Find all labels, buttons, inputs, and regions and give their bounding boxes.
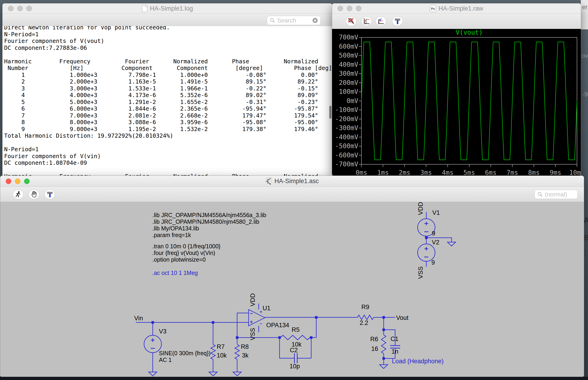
schematic-label-value-V2[interactable]: 9 (431, 259, 435, 266)
log-search-field[interactable] (267, 16, 321, 25)
schematic-canvas[interactable]: .lib JRC_OPAMP/NJM4556A/njm4556a_3.lib.l… (0, 202, 584, 377)
x-tick-label: 3ms (420, 169, 432, 176)
schematic-label-ref-C2[interactable]: C2 (290, 347, 298, 354)
schematic-label-value-V3-ac[interactable]: AC 1 (159, 357, 172, 363)
x-tick-label: 4ms (442, 169, 454, 176)
schematic-label-value-R7[interactable]: 10k (217, 352, 227, 359)
zoom-button[interactable] (26, 6, 32, 11)
raw-titlebar[interactable]: Ps HA-Simple1.raw (332, 3, 581, 14)
schematic-label-ref-V2[interactable]: V2 (432, 239, 439, 246)
replot-button[interactable] (376, 16, 386, 26)
zoom-button[interactable] (24, 179, 30, 184)
schematic-label-directive-param[interactable]: .param freq=1k (152, 232, 191, 238)
schematic-label-ref-R9[interactable]: R9 (361, 304, 370, 310)
schematic-drawing[interactable]: .lib JRC_OPAMP/NJM4556A/njm4556a_3.lib.l… (0, 202, 584, 377)
schematic-label-ref-R6[interactable]: R6 (370, 336, 378, 342)
ground-symbol (379, 365, 388, 369)
autorange-button[interactable] (361, 16, 372, 26)
minimize-button[interactable] (347, 6, 352, 11)
schematic-label-directive-ac[interactable]: .ac oct 10 1 1Meg (152, 270, 198, 276)
resistor-R8[interactable] (235, 344, 239, 359)
schematic-label-ref-V3[interactable]: V3 (159, 328, 166, 335)
minimize-button[interactable] (15, 179, 20, 184)
hammer-icon (394, 18, 401, 25)
source-V2[interactable] (418, 244, 435, 261)
autorange-icon (363, 18, 370, 25)
schematic-label-net-vdd-supply[interactable]: VDD (417, 202, 424, 215)
x-tick-label: 8ms (528, 169, 540, 176)
close-button[interactable] (8, 6, 14, 11)
resistor-R7[interactable] (211, 344, 215, 359)
schematic-label-directive-lib2[interactable]: .lib JRC_OPAMP/NJM4580/njm4580_2.lib (152, 218, 259, 225)
schematic-label-directive-option[interactable]: .option plotwinsize=0 (152, 256, 206, 263)
schematic-label-ref-U1[interactable]: U1 (263, 305, 271, 312)
schematic-label-value-R9[interactable]: 2.2 (360, 319, 368, 326)
schematic-label-directive-lib1[interactable]: .lib JRC_OPAMP/NJM4556A/njm4556a_3.lib (152, 212, 266, 218)
run-icon (15, 191, 21, 198)
x-tick-label: 10ms (569, 169, 581, 176)
schematic-label-net-vss-supply[interactable]: VSS (417, 266, 424, 279)
svg-text:Ps: Ps (431, 7, 435, 11)
log-content-area[interactable]: Direct Newton iteration for Vop point su… (2, 26, 332, 178)
close-button[interactable] (338, 6, 343, 11)
schematic-label-directive-lib3[interactable]: .lib My/OPA134.lib (152, 225, 199, 231)
hammer-button[interactable] (44, 190, 55, 199)
schematic-label-value-V3-sine[interactable]: SINE(0 300m {freq}) (159, 350, 211, 356)
log-search-input[interactable] (277, 17, 312, 24)
ground-symbol (209, 372, 217, 376)
schematic-label-value-R8[interactable]: 3k (242, 352, 249, 359)
resistor-R5[interactable] (281, 335, 310, 340)
schematic-label-value-V1[interactable]: 9 (432, 230, 435, 237)
vout-trace[interactable] (361, 42, 577, 160)
pan-hand-button[interactable] (29, 190, 39, 199)
close-button[interactable] (6, 179, 11, 184)
y-tick-label: 200mV (339, 79, 358, 87)
schematic-label-net-vout[interactable]: Vout (396, 314, 409, 321)
resistor-R6[interactable] (381, 335, 386, 354)
y-tick-label: 700mV (339, 34, 358, 41)
raw-toolbar (332, 14, 581, 29)
schematic-label-directive-four[interactable]: .four {freq} v(Vout) v(Vin) (152, 250, 215, 256)
run-button[interactable] (13, 190, 23, 199)
y-tick-label: 600mV (339, 43, 358, 50)
schematic-label-ref-R5[interactable]: R5 (292, 326, 300, 333)
zoom-off-icon (348, 18, 355, 25)
schematic-label-net-vss-opamp[interactable]: VSS (249, 328, 256, 340)
schematic-label-net-vin[interactable]: Vin (134, 315, 143, 322)
plot-title[interactable]: V(vout) (456, 29, 483, 36)
schematic-label-value-R6[interactable]: 16 (371, 345, 378, 352)
schematic-label-net-vdd-opamp[interactable]: VDD (249, 293, 256, 306)
schematic-label-comment-load[interactable]: Load (Headphone) (392, 358, 444, 365)
ps-file-icon: Ps (430, 5, 436, 12)
pan-hand-icon (31, 191, 37, 198)
opamp-U1[interactable] (249, 310, 265, 326)
schematic-label-value-C2[interactable]: 10p (289, 363, 300, 370)
log-scrollbar-thumb[interactable] (329, 106, 331, 119)
schematic-label-ref-C1[interactable]: C1 (391, 336, 399, 342)
x-tick-label: 9ms (550, 169, 561, 176)
zoom-button[interactable] (356, 6, 361, 11)
asc-search-input[interactable] (544, 191, 577, 198)
y-tick-label: -100mV (335, 106, 358, 114)
waveform-plot-area[interactable]: V(vout)700mV600mV500mV400mV300mV200mV100… (332, 29, 581, 176)
schematic-label-directive-tran[interactable]: .tran 0 10m 0 {1/freq/1000} (152, 243, 220, 249)
hammer-button[interactable] (392, 16, 403, 26)
y-tick-label: -300mV (335, 124, 358, 132)
schematic-label-value-U1[interactable]: OPA134 (266, 322, 289, 329)
frag-B: B (584, 234, 588, 242)
waveform-plot[interactable]: V(vout)700mV600mV500mV400mV300mV200mV100… (332, 29, 581, 176)
resistor-R9[interactable] (357, 315, 374, 320)
log-window-controls (8, 3, 32, 14)
schematic-label-ref-R7[interactable]: R7 (217, 343, 225, 350)
schematic-window: HA-Simple1.asc (0, 175, 584, 377)
log-titlebar[interactable]: HA-Simple1.log (2, 3, 332, 14)
polarity-marks (151, 222, 428, 348)
clear-search-icon[interactable] (312, 18, 318, 23)
zoom-off-button[interactable] (346, 16, 356, 26)
schematic-label-value-C1[interactable]: 1n (392, 348, 398, 355)
minimize-button[interactable] (17, 6, 23, 11)
schematic-label-ref-V1[interactable]: V1 (432, 209, 440, 216)
asc-titlebar[interactable]: HA-Simple1.asc (0, 176, 584, 187)
asc-search-field[interactable] (535, 190, 578, 199)
schematic-label-ref-R8[interactable]: R8 (241, 343, 249, 350)
